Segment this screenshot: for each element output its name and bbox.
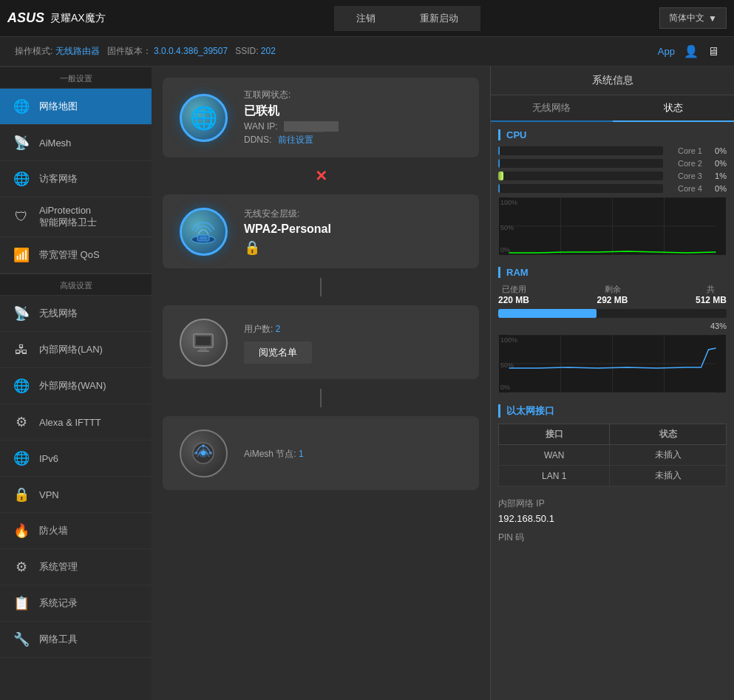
cpu-graph-svg — [499, 197, 726, 255]
ram-total-col: 共 512 MB — [696, 284, 727, 305]
internet-router-connector: ✕ — [163, 165, 479, 187]
security-value: WPA2-Personal — [244, 222, 464, 236]
app-label: App — [658, 46, 675, 57]
svg-rect-6 — [197, 350, 209, 352]
user-count-value: 2 — [276, 324, 281, 334]
connector-line — [320, 278, 322, 296]
sidebar-item-lan[interactable]: 🖧 内部网络(LAN) — [0, 332, 152, 368]
language-select: 简体中文 ▼ — [659, 7, 727, 29]
network-tools-icon: 🔧 — [11, 629, 32, 650]
cpu-core-3-label: Core 3 — [669, 171, 702, 180]
eth-col-status: 状态 — [610, 424, 727, 445]
eth-lan1-port: LAN 1 — [499, 466, 610, 486]
sidebar-label-network-map: 网络地图 — [39, 100, 78, 113]
sidebar-item-aimesh[interactable]: 📡 AiMesh — [0, 125, 152, 161]
logout-button[interactable]: 注销 — [334, 6, 398, 31]
clients-svg — [189, 328, 217, 356]
cpu-core-4-label: Core 4 — [669, 184, 702, 193]
router-icon — [180, 208, 228, 256]
cpu-core-4-bar-wrap — [498, 184, 663, 193]
cpu-core-1-label: Core 1 — [669, 146, 702, 155]
ram-used-label: 已使用 — [498, 284, 529, 295]
ram-bar-wrap — [498, 309, 727, 318]
sidebar-item-guest-network[interactable]: 🌐 访客网络 — [0, 161, 152, 197]
internet-card: 🌐 互联网状态: 已联机 WAN IP: ████ DDNS: 前往设置 — [163, 78, 479, 157]
clients-card: 用户数: 2 阅览名单 — [163, 305, 479, 379]
reboot-button[interactable]: 重新启动 — [398, 6, 480, 31]
router-card-info: 无线安全层级: WPA2-Personal 🔒 — [244, 208, 464, 256]
sidebar-item-sysadmin[interactable]: ⚙ 系统管理 — [0, 549, 152, 585]
ram-remaining-col: 剩余 292 MB — [597, 284, 628, 305]
browse-list-button[interactable]: 阅览名单 — [244, 341, 312, 364]
sysadmin-icon: ⚙ — [11, 557, 32, 577]
aimesh-node-row: AiMesh 节点: 1 — [244, 448, 464, 461]
sidebar-item-alexa[interactable]: ⚙ Alexa & IFTTT — [0, 404, 152, 441]
ssid-value[interactable]: 202 — [261, 46, 276, 56]
internet-card-icon: 🌐 — [177, 92, 229, 143]
monitor-icon[interactable]: 🖥 — [707, 45, 719, 58]
ram-total-label: 共 — [696, 284, 727, 295]
status-bar: 操作模式: 无线路由器 固件版本： 3.0.0.4.386_39507 SSID… — [0, 37, 734, 67]
tab-wireless[interactable]: 无线网络 — [491, 95, 613, 120]
ram-graph-label-bot: 0% — [500, 384, 510, 391]
sidebar-label-qos: 带宽管理 QoS — [39, 248, 100, 262]
user-icon[interactable]: 👤 — [684, 44, 699, 58]
svg-rect-5 — [200, 348, 207, 350]
ddns-link[interactable]: 前往设置 — [278, 135, 313, 145]
clients-icon — [180, 319, 228, 367]
logo-area: ASUS 灵耀AX魔方 — [7, 10, 155, 26]
eth-col-port: 接口 — [499, 424, 610, 445]
ethernet-section-title: 以太网接口 — [498, 404, 727, 418]
firmware-label: 固件版本： — [102, 46, 152, 56]
lan-ip-label: 内部网络 IP — [498, 497, 727, 510]
globe-glyph: 🌐 — [190, 105, 217, 131]
cpu-section-title: CPU — [498, 129, 727, 140]
sidebar-label-syslog: 系统记录 — [39, 597, 78, 610]
cpu-core-2-percent: 0% — [708, 159, 727, 168]
ram-remaining-value: 292 MB — [597, 295, 628, 305]
asus-logo: ASUS — [7, 10, 44, 26]
language-button[interactable]: 简体中文 ▼ — [659, 7, 727, 29]
sidebar-item-aiprotection[interactable]: 🛡 AiProtection 智能网络卫士 — [0, 197, 152, 237]
cpu-section: CPU Core 1 0% Core 2 0% — [498, 129, 727, 256]
cpu-core-2-row: Core 2 0% — [498, 159, 727, 168]
cpu-graph: 100% 50% 0% — [498, 197, 727, 256]
sidebar-item-wireless[interactable]: 📡 无线网络 — [0, 296, 152, 332]
globe-icon: 🌐 — [180, 94, 228, 142]
sidebar-label-aiprotection: AiProtection 智能网络卫士 — [39, 205, 97, 229]
sidebar-item-qos[interactable]: 📶 带宽管理 QoS — [0, 237, 152, 273]
sidebar-item-firewall[interactable]: 🔥 防火墙 — [0, 513, 152, 549]
wan-icon: 🌐 — [11, 376, 32, 396]
user-count-row: 用户数: 2 — [244, 323, 464, 336]
sidebar-label-lan: 内部网络(LAN) — [39, 343, 103, 356]
sidebar-item-network-map[interactable]: 🌐 网络地图 — [0, 89, 152, 125]
network-map-icon: 🌐 — [11, 96, 32, 117]
lan-icon: 🖧 — [11, 339, 32, 360]
language-label: 简体中文 — [669, 12, 704, 24]
router-clients-connector — [163, 276, 479, 298]
ram-graph: 100% 50% 0% — [498, 334, 727, 393]
tab-status[interactable]: 状态 — [613, 95, 735, 122]
sidebar-label-guest-network: 访客网络 — [39, 172, 78, 186]
sidebar-item-wan[interactable]: 🌐 外部网络(WAN) — [0, 368, 152, 404]
sidebar-item-network-tools[interactable]: 🔧 网络工具 — [0, 622, 152, 658]
firmware-value[interactable]: 3.0.0.4.386_39507 — [154, 46, 228, 56]
ram-section: RAM 已使用 220 MB 剩余 292 MB 共 512 MB — [498, 267, 727, 393]
sidebar-item-vpn[interactable]: 🔒 VPN — [0, 477, 152, 513]
ddns-label: DDNS: — [244, 135, 271, 145]
cpu-core-4-percent: 0% — [708, 184, 727, 193]
mode-value[interactable]: 无线路由器 — [55, 46, 100, 56]
pin-label: PIN 码 — [498, 531, 727, 544]
sidebar-item-syslog[interactable]: 📋 系统记录 — [0, 585, 152, 622]
ram-used-col: 已使用 220 MB — [498, 284, 529, 305]
clients-card-icon — [177, 316, 229, 368]
sidebar-item-ipv6[interactable]: 🌐 IPv6 — [0, 441, 152, 477]
connection-error-icon: ✕ — [315, 167, 327, 185]
aimesh-card-info: AiMesh 节点: 1 — [244, 446, 464, 461]
ipv6-icon: 🌐 — [11, 448, 32, 469]
cpu-graph-label-top: 100% — [500, 199, 517, 206]
sysinfo-content: CPU Core 1 0% Core 2 0% — [491, 122, 734, 700]
ddns-row: DDNS: 前往设置 — [244, 134, 464, 146]
cpu-core-3-row: Core 3 1% — [498, 171, 727, 180]
sidebar-label-vpn: VPN — [39, 489, 59, 500]
